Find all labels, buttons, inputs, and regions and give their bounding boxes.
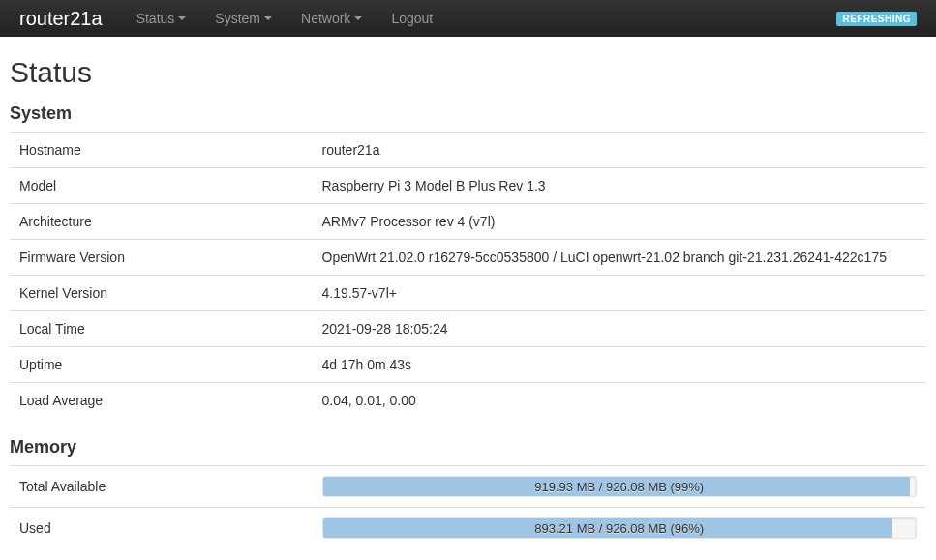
- table-row: Local Time 2021-09-28 18:05:24: [10, 311, 926, 347]
- row-label: Total Available: [10, 466, 313, 508]
- page-title: Status: [10, 56, 926, 89]
- table-row: Total Available 919.93 MB / 926.08 MB (9…: [10, 466, 926, 508]
- table-row: Firmware Version OpenWrt 21.02.0 r16279-…: [10, 240, 926, 276]
- row-value: 893.21 MB / 926.08 MB (96%): [313, 508, 927, 549]
- row-value: 0.04, 0.01, 0.00: [313, 383, 927, 419]
- progress-text: 893.21 MB / 926.08 MB (96%): [323, 518, 917, 539]
- row-label: Local Time: [10, 311, 313, 347]
- memory-heading: Memory: [10, 437, 926, 457]
- chevron-down-icon: [178, 16, 186, 20]
- progress-total-available: 919.93 MB / 926.08 MB (99%): [322, 476, 918, 497]
- system-table: Hostname router21a Model Raspberry Pi 3 …: [10, 132, 926, 418]
- nav-network-label: Network: [301, 11, 350, 26]
- row-value: OpenWrt 21.02.0 r16279-5cc0535800 / LuCI…: [313, 240, 927, 276]
- navbar-left: router21a Status System Network Logout: [19, 0, 447, 38]
- nav-system[interactable]: System: [200, 1, 287, 36]
- content: Status System Hostname router21a Model R…: [0, 37, 936, 560]
- table-row: Used 893.21 MB / 926.08 MB (96%): [10, 508, 926, 549]
- chevron-down-icon: [354, 16, 362, 20]
- row-label: Hostname: [10, 133, 313, 168]
- nav-system-label: System: [215, 11, 260, 26]
- table-row: Kernel Version 4.19.57-v7l+: [10, 276, 926, 311]
- row-label: Used: [10, 508, 313, 549]
- row-label: Model: [10, 168, 313, 204]
- nav-logout[interactable]: Logout: [377, 1, 447, 36]
- brand[interactable]: router21a: [19, 0, 103, 38]
- nav-network[interactable]: Network: [287, 1, 377, 36]
- row-label: Firmware Version: [10, 240, 313, 276]
- nav-status-label: Status: [136, 11, 175, 26]
- memory-table: Total Available 919.93 MB / 926.08 MB (9…: [10, 465, 926, 548]
- refreshing-badge: REFRESHING: [836, 12, 917, 26]
- nav-logout-label: Logout: [391, 11, 433, 26]
- row-value: Raspberry Pi 3 Model B Plus Rev 1.3: [313, 168, 927, 204]
- table-row: Architecture ARMv7 Processor rev 4 (v7l): [10, 204, 926, 240]
- chevron-down-icon: [264, 16, 272, 20]
- row-value: 919.93 MB / 926.08 MB (99%): [313, 466, 927, 508]
- row-label: Load Average: [10, 383, 313, 419]
- table-row: Load Average 0.04, 0.01, 0.00: [10, 383, 926, 419]
- row-label: Architecture: [10, 204, 313, 240]
- row-label: Kernel Version: [10, 276, 313, 311]
- row-value: router21a: [313, 133, 927, 168]
- progress-text: 919.93 MB / 926.08 MB (99%): [323, 477, 917, 497]
- navbar: router21a Status System Network Logout R…: [0, 0, 936, 37]
- system-heading: System: [10, 103, 926, 124]
- table-row: Hostname router21a: [10, 133, 926, 168]
- row-value: ARMv7 Processor rev 4 (v7l): [313, 204, 927, 240]
- row-label: Uptime: [10, 347, 313, 383]
- nav-status[interactable]: Status: [122, 1, 201, 36]
- row-value: 4d 17h 0m 43s: [313, 347, 927, 383]
- table-row: Uptime 4d 17h 0m 43s: [10, 347, 926, 383]
- progress-used: 893.21 MB / 926.08 MB (96%): [322, 517, 918, 539]
- row-value: 2021-09-28 18:05:24: [313, 311, 927, 347]
- row-value: 4.19.57-v7l+: [313, 276, 927, 311]
- table-row: Model Raspberry Pi 3 Model B Plus Rev 1.…: [10, 168, 926, 204]
